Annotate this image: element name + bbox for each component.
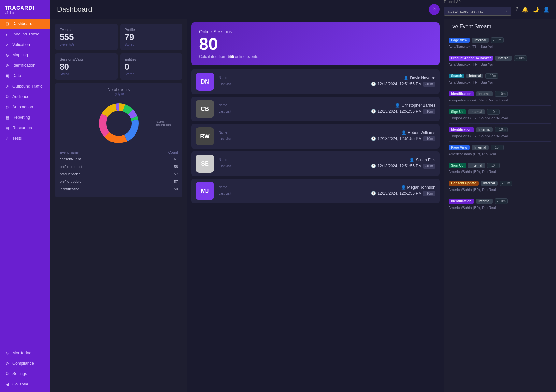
profiles-value: 79 bbox=[125, 33, 178, 41]
live-event-tags: Identification Internal - 10m bbox=[449, 127, 551, 132]
entities-stat-card: Entities 0 Stored bbox=[120, 53, 183, 80]
event-location: America/Bahia (BR), Rio Real bbox=[449, 152, 551, 156]
event-count-cell: 58 bbox=[145, 163, 178, 170]
tests-icon: ✓ bbox=[5, 136, 10, 141]
sidebar-item-settings[interactable]: ⚙Settings bbox=[0, 369, 50, 379]
sidebar-item-inbound-traffic[interactable]: ↙Inbound Traffic bbox=[0, 29, 50, 39]
event-name-cell: identification bbox=[60, 185, 145, 193]
logo-area: TRACARDI v.1.1.x bbox=[0, 0, 50, 17]
session-avatar: MJ bbox=[196, 182, 214, 200]
sidebar-item-label: Compliance bbox=[12, 361, 34, 366]
app-version: v.1.1.x bbox=[5, 11, 46, 15]
clock-icon: 🕐 bbox=[371, 109, 376, 114]
session-item[interactable]: DN Name 👤 David Navarro Last visit 🕐 12/… bbox=[191, 69, 440, 94]
event-location: Asia/Bangkok (TH), Bua Yai bbox=[449, 62, 551, 66]
moon-icon[interactable]: 🌙 bbox=[533, 7, 539, 13]
session-item[interactable]: CB Name 👤 Christopher Barnes Last visit … bbox=[191, 97, 440, 121]
sidebar-item-resources[interactable]: ▤Resources bbox=[0, 123, 50, 133]
channel-tag: Internal bbox=[495, 56, 512, 61]
sidebar-item-dashboard[interactable]: ⊞Dashboard bbox=[0, 19, 50, 29]
table-row: identification50 bbox=[60, 185, 178, 193]
live-event-item: Consent Update Internal - 10m America/Ba… bbox=[449, 177, 551, 195]
event-type-tag: Page View bbox=[449, 38, 470, 43]
data-icon: ▣ bbox=[5, 73, 10, 78]
session-name-row: Name 👤 Megan Johnson bbox=[219, 185, 435, 190]
channel-tag: Internal bbox=[476, 91, 493, 96]
event-location: America/Bahia (BR), Rio Real bbox=[449, 188, 551, 192]
sidebar-item-automation[interactable]: ⚙Automation bbox=[0, 102, 50, 112]
entities-value: 0 bbox=[125, 62, 178, 71]
time-tag: - 10m bbox=[514, 55, 527, 61]
right-panel: Live Event Stream Page View Internal - 1… bbox=[444, 19, 556, 392]
name-label: Name bbox=[219, 76, 227, 80]
sidebar-nav: ⊞Dashboard↙Inbound Traffic✓Validation⊕Ma… bbox=[0, 17, 50, 345]
api-url-input[interactable] bbox=[444, 7, 502, 16]
live-event-item: Identification Internal - 10m Europe/Par… bbox=[449, 88, 551, 106]
sidebar-item-label: Automation bbox=[12, 105, 33, 109]
person-icon: 👤 bbox=[401, 185, 406, 190]
session-item[interactable]: RW Name 👤 Robert Williams Last visit 🕐 1… bbox=[191, 124, 440, 149]
os-sub-suffix: online events bbox=[234, 54, 258, 59]
col-name-header: Event name bbox=[60, 149, 145, 155]
sidebar-item-tests[interactable]: ✓Tests bbox=[0, 133, 50, 143]
sidebar-item-data[interactable]: ▣Data bbox=[0, 71, 50, 81]
session-item[interactable]: MJ Name 👤 Megan Johnson Last visit 🕐 12/… bbox=[191, 179, 440, 203]
name-value: 👤 Megan Johnson bbox=[401, 185, 435, 190]
mapping-icon: ⊕ bbox=[5, 52, 10, 58]
online-sessions-label: Online Sessions bbox=[199, 29, 432, 34]
sessions-list: DN Name 👤 David Navarro Last visit 🕐 12/… bbox=[191, 69, 440, 203]
sidebar-item-monitoring[interactable]: ∿Monitoring bbox=[0, 348, 50, 358]
api-check-button[interactable]: ✓ bbox=[502, 7, 511, 16]
sidebar-item-identification[interactable]: ⊗Identification bbox=[0, 60, 50, 71]
name-label: Name bbox=[219, 131, 227, 134]
live-event-tags: Product Added To Basket Internal - 10m bbox=[449, 55, 551, 61]
sidebar-item-collapse[interactable]: ◀Collapse bbox=[0, 379, 50, 389]
sidebar-item-compliance[interactable]: ⊙Compliance bbox=[0, 358, 50, 369]
event-count-cell: 57 bbox=[145, 170, 178, 178]
sidebar-item-mapping[interactable]: ⊕Mapping bbox=[0, 50, 50, 60]
sidebar-item-validation[interactable]: ✓Validation bbox=[0, 39, 50, 50]
session-item[interactable]: SE Name 👤 Susan Ellis Last visit 🕐 12/13… bbox=[191, 151, 440, 176]
col-count-header: Count bbox=[145, 149, 178, 155]
lastvisit-label: Last visit bbox=[219, 82, 231, 86]
sidebar-item-reporting[interactable]: ▦Reporting bbox=[0, 112, 50, 123]
lastvisit-label: Last visit bbox=[219, 164, 231, 168]
chart-sub: by type bbox=[60, 92, 178, 96]
table-row: consent-upda...61 bbox=[60, 155, 178, 163]
inbound-traffic-icon: ↙ bbox=[5, 32, 10, 37]
event-count-cell: 57 bbox=[145, 178, 178, 185]
help-icon[interactable]: ? bbox=[515, 7, 518, 12]
live-event-item: Page View Internal - 10m Asia/Bangkok (T… bbox=[449, 34, 551, 52]
event-name-cell: profile-interest bbox=[60, 163, 145, 170]
event-name-cell: consent-upda... bbox=[60, 155, 145, 163]
stats-row-top: Events 555 0 events/s Profiles 79 Stored bbox=[55, 24, 182, 50]
time-tag: - 10m bbox=[500, 181, 513, 186]
time-tag: - 10m bbox=[495, 91, 508, 97]
session-avatar: RW bbox=[196, 127, 214, 145]
live-event-stream-title: Live Event Stream bbox=[449, 24, 551, 30]
event-type-tag: Sign Up bbox=[449, 109, 466, 114]
time-tag: - 10m bbox=[495, 127, 508, 132]
person-icon: 👤 bbox=[404, 76, 408, 80]
session-lastvisit-row: Last visit 🕐 12/13/2024, 12:51:55 PM -10… bbox=[219, 109, 435, 114]
user-icon[interactable]: 👤 bbox=[543, 7, 549, 13]
page-title: Dashboard bbox=[57, 5, 92, 14]
sessions-value: 80 bbox=[60, 62, 113, 71]
bell-icon[interactable]: 🔔 bbox=[522, 7, 529, 13]
name-value: 👤 Christopher Barnes bbox=[395, 103, 435, 108]
time-tag: - 10m bbox=[487, 163, 500, 168]
identification-icon: ⊗ bbox=[5, 63, 10, 68]
app-name: TRACARDI bbox=[5, 5, 46, 11]
lastvisit-value: 🕐 12/13/2024, 12:51:55 PM -10m bbox=[371, 191, 435, 196]
sidebar-bottom-nav: ∿Monitoring⊙Compliance⚙Settings◀Collapse bbox=[0, 345, 50, 392]
live-event-item: Sign Up Internal - 10m America/Bahia (BR… bbox=[449, 159, 551, 177]
event-type-tag: Search bbox=[449, 74, 464, 78]
live-event-tags: Page View Internal - 10m bbox=[449, 145, 551, 150]
sidebar-item-label: Identification bbox=[12, 63, 35, 68]
heart-button[interactable]: ♡ bbox=[429, 4, 440, 15]
sidebar-item-audience[interactable]: ⚙Audience bbox=[0, 91, 50, 102]
time-badge: -10m bbox=[423, 191, 435, 196]
lastvisit-value: 🕐 12/13/2024, 12:51:55 PM -10m bbox=[371, 136, 435, 141]
sidebar-item-outbound-traffic[interactable]: ↗Outbound Traffic bbox=[0, 81, 50, 91]
event-type-tag: Consent Update bbox=[449, 181, 479, 186]
